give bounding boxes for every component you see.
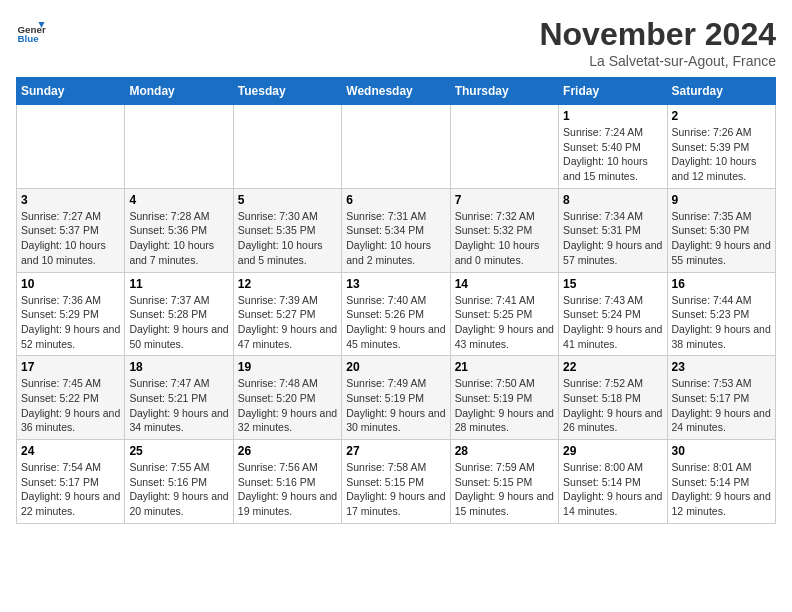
- calendar-header-row: SundayMondayTuesdayWednesdayThursdayFrid…: [17, 78, 776, 105]
- calendar-cell: 16Sunrise: 7:44 AM Sunset: 5:23 PM Dayli…: [667, 272, 775, 356]
- day-info: Sunrise: 7:39 AM Sunset: 5:27 PM Dayligh…: [238, 293, 337, 352]
- day-number: 25: [129, 444, 228, 458]
- calendar-cell: 20Sunrise: 7:49 AM Sunset: 5:19 PM Dayli…: [342, 356, 450, 440]
- calendar-cell: 12Sunrise: 7:39 AM Sunset: 5:27 PM Dayli…: [233, 272, 341, 356]
- calendar-week-5: 24Sunrise: 7:54 AM Sunset: 5:17 PM Dayli…: [17, 440, 776, 524]
- day-number: 11: [129, 277, 228, 291]
- day-info: Sunrise: 7:49 AM Sunset: 5:19 PM Dayligh…: [346, 376, 445, 435]
- day-info: Sunrise: 8:00 AM Sunset: 5:14 PM Dayligh…: [563, 460, 662, 519]
- day-info: Sunrise: 7:45 AM Sunset: 5:22 PM Dayligh…: [21, 376, 120, 435]
- day-number: 7: [455, 193, 554, 207]
- weekday-header-wednesday: Wednesday: [342, 78, 450, 105]
- day-info: Sunrise: 8:01 AM Sunset: 5:14 PM Dayligh…: [672, 460, 771, 519]
- day-number: 8: [563, 193, 662, 207]
- day-number: 4: [129, 193, 228, 207]
- calendar-cell: 2Sunrise: 7:26 AM Sunset: 5:39 PM Daylig…: [667, 105, 775, 189]
- title-block: November 2024 La Salvetat-sur-Agout, Fra…: [539, 16, 776, 69]
- logo-icon: General Blue: [16, 16, 46, 46]
- calendar-week-3: 10Sunrise: 7:36 AM Sunset: 5:29 PM Dayli…: [17, 272, 776, 356]
- day-info: Sunrise: 7:50 AM Sunset: 5:19 PM Dayligh…: [455, 376, 554, 435]
- day-number: 6: [346, 193, 445, 207]
- day-info: Sunrise: 7:48 AM Sunset: 5:20 PM Dayligh…: [238, 376, 337, 435]
- calendar-cell: 30Sunrise: 8:01 AM Sunset: 5:14 PM Dayli…: [667, 440, 775, 524]
- day-info: Sunrise: 7:58 AM Sunset: 5:15 PM Dayligh…: [346, 460, 445, 519]
- day-info: Sunrise: 7:43 AM Sunset: 5:24 PM Dayligh…: [563, 293, 662, 352]
- calendar-cell: [125, 105, 233, 189]
- calendar-cell: 10Sunrise: 7:36 AM Sunset: 5:29 PM Dayli…: [17, 272, 125, 356]
- day-number: 19: [238, 360, 337, 374]
- calendar-cell: 22Sunrise: 7:52 AM Sunset: 5:18 PM Dayli…: [559, 356, 667, 440]
- page-header: General Blue November 2024 La Salvetat-s…: [16, 16, 776, 69]
- day-info: Sunrise: 7:36 AM Sunset: 5:29 PM Dayligh…: [21, 293, 120, 352]
- calendar-body: 1Sunrise: 7:24 AM Sunset: 5:40 PM Daylig…: [17, 105, 776, 524]
- calendar-cell: 6Sunrise: 7:31 AM Sunset: 5:34 PM Daylig…: [342, 188, 450, 272]
- day-info: Sunrise: 7:30 AM Sunset: 5:35 PM Dayligh…: [238, 209, 337, 268]
- weekday-header-monday: Monday: [125, 78, 233, 105]
- day-info: Sunrise: 7:24 AM Sunset: 5:40 PM Dayligh…: [563, 125, 662, 184]
- calendar-cell: 4Sunrise: 7:28 AM Sunset: 5:36 PM Daylig…: [125, 188, 233, 272]
- calendar-cell: [342, 105, 450, 189]
- calendar-cell: 8Sunrise: 7:34 AM Sunset: 5:31 PM Daylig…: [559, 188, 667, 272]
- calendar-cell: 24Sunrise: 7:54 AM Sunset: 5:17 PM Dayli…: [17, 440, 125, 524]
- calendar-cell: 25Sunrise: 7:55 AM Sunset: 5:16 PM Dayli…: [125, 440, 233, 524]
- day-info: Sunrise: 7:35 AM Sunset: 5:30 PM Dayligh…: [672, 209, 771, 268]
- day-number: 14: [455, 277, 554, 291]
- day-number: 12: [238, 277, 337, 291]
- weekday-header-friday: Friday: [559, 78, 667, 105]
- calendar-cell: [17, 105, 125, 189]
- calendar-table: SundayMondayTuesdayWednesdayThursdayFrid…: [16, 77, 776, 524]
- calendar-cell: 7Sunrise: 7:32 AM Sunset: 5:32 PM Daylig…: [450, 188, 558, 272]
- day-number: 13: [346, 277, 445, 291]
- month-title: November 2024: [539, 16, 776, 53]
- calendar-cell: 9Sunrise: 7:35 AM Sunset: 5:30 PM Daylig…: [667, 188, 775, 272]
- logo: General Blue: [16, 16, 46, 46]
- weekday-header-sunday: Sunday: [17, 78, 125, 105]
- day-info: Sunrise: 7:28 AM Sunset: 5:36 PM Dayligh…: [129, 209, 228, 268]
- day-number: 23: [672, 360, 771, 374]
- day-number: 29: [563, 444, 662, 458]
- calendar-week-2: 3Sunrise: 7:27 AM Sunset: 5:37 PM Daylig…: [17, 188, 776, 272]
- day-number: 20: [346, 360, 445, 374]
- day-number: 30: [672, 444, 771, 458]
- calendar-cell: 13Sunrise: 7:40 AM Sunset: 5:26 PM Dayli…: [342, 272, 450, 356]
- day-info: Sunrise: 7:44 AM Sunset: 5:23 PM Dayligh…: [672, 293, 771, 352]
- day-number: 1: [563, 109, 662, 123]
- calendar-cell: [450, 105, 558, 189]
- day-number: 26: [238, 444, 337, 458]
- day-info: Sunrise: 7:52 AM Sunset: 5:18 PM Dayligh…: [563, 376, 662, 435]
- day-info: Sunrise: 7:34 AM Sunset: 5:31 PM Dayligh…: [563, 209, 662, 268]
- day-info: Sunrise: 7:40 AM Sunset: 5:26 PM Dayligh…: [346, 293, 445, 352]
- day-info: Sunrise: 7:31 AM Sunset: 5:34 PM Dayligh…: [346, 209, 445, 268]
- day-info: Sunrise: 7:55 AM Sunset: 5:16 PM Dayligh…: [129, 460, 228, 519]
- calendar-cell: 19Sunrise: 7:48 AM Sunset: 5:20 PM Dayli…: [233, 356, 341, 440]
- day-number: 18: [129, 360, 228, 374]
- calendar-cell: 23Sunrise: 7:53 AM Sunset: 5:17 PM Dayli…: [667, 356, 775, 440]
- day-info: Sunrise: 7:59 AM Sunset: 5:15 PM Dayligh…: [455, 460, 554, 519]
- day-number: 21: [455, 360, 554, 374]
- day-info: Sunrise: 7:37 AM Sunset: 5:28 PM Dayligh…: [129, 293, 228, 352]
- calendar-cell: 3Sunrise: 7:27 AM Sunset: 5:37 PM Daylig…: [17, 188, 125, 272]
- calendar-cell: 27Sunrise: 7:58 AM Sunset: 5:15 PM Dayli…: [342, 440, 450, 524]
- location: La Salvetat-sur-Agout, France: [539, 53, 776, 69]
- calendar-cell: 5Sunrise: 7:30 AM Sunset: 5:35 PM Daylig…: [233, 188, 341, 272]
- day-info: Sunrise: 7:53 AM Sunset: 5:17 PM Dayligh…: [672, 376, 771, 435]
- day-info: Sunrise: 7:26 AM Sunset: 5:39 PM Dayligh…: [672, 125, 771, 184]
- calendar-cell: [233, 105, 341, 189]
- day-number: 17: [21, 360, 120, 374]
- day-info: Sunrise: 7:47 AM Sunset: 5:21 PM Dayligh…: [129, 376, 228, 435]
- day-number: 27: [346, 444, 445, 458]
- day-number: 15: [563, 277, 662, 291]
- day-number: 22: [563, 360, 662, 374]
- calendar-cell: 11Sunrise: 7:37 AM Sunset: 5:28 PM Dayli…: [125, 272, 233, 356]
- calendar-week-1: 1Sunrise: 7:24 AM Sunset: 5:40 PM Daylig…: [17, 105, 776, 189]
- day-info: Sunrise: 7:32 AM Sunset: 5:32 PM Dayligh…: [455, 209, 554, 268]
- day-number: 10: [21, 277, 120, 291]
- calendar-cell: 17Sunrise: 7:45 AM Sunset: 5:22 PM Dayli…: [17, 356, 125, 440]
- day-info: Sunrise: 7:54 AM Sunset: 5:17 PM Dayligh…: [21, 460, 120, 519]
- calendar-cell: 21Sunrise: 7:50 AM Sunset: 5:19 PM Dayli…: [450, 356, 558, 440]
- day-number: 28: [455, 444, 554, 458]
- day-number: 3: [21, 193, 120, 207]
- calendar-cell: 14Sunrise: 7:41 AM Sunset: 5:25 PM Dayli…: [450, 272, 558, 356]
- day-info: Sunrise: 7:41 AM Sunset: 5:25 PM Dayligh…: [455, 293, 554, 352]
- day-number: 24: [21, 444, 120, 458]
